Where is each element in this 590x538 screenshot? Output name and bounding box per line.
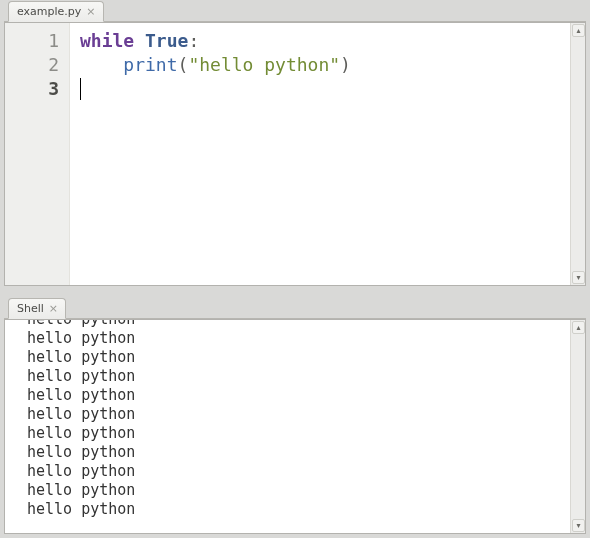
shell-pane: hello pythonhello pythonhello pythonhell…: [4, 319, 586, 534]
panel-divider[interactable]: [4, 286, 586, 297]
shell-output-line: hello python: [27, 424, 570, 443]
line-number: 3: [5, 77, 59, 101]
code-line: print("hello python"): [80, 53, 564, 77]
close-icon[interactable]: ×: [49, 303, 58, 314]
shell-output-line: hello python: [27, 367, 570, 386]
shell-output[interactable]: hello pythonhello pythonhello pythonhell…: [5, 320, 570, 533]
shell-output-line: hello python: [27, 500, 570, 519]
shell-output-line: hello python: [27, 462, 570, 481]
editor-tab-row: example.py ×: [4, 0, 586, 22]
shell-panel: Shell × hello pythonhello pythonhello py…: [4, 297, 586, 534]
editor-panel: example.py × 123 while True: print("hell…: [4, 0, 586, 286]
scroll-down-icon[interactable]: ▾: [572, 519, 585, 532]
shell-output-line: hello python: [27, 329, 570, 348]
line-number: 2: [5, 53, 59, 77]
tab-shell[interactable]: Shell ×: [8, 298, 66, 319]
editor-pane: 123 while True: print("hello python") ▴ …: [4, 22, 586, 286]
shell-output-line: hello python: [27, 320, 570, 329]
code-area[interactable]: while True: print("hello python"): [70, 23, 570, 285]
editor-scrollbar[interactable]: ▴ ▾: [570, 23, 585, 285]
shell-output-line: hello python: [27, 405, 570, 424]
tab-example-py[interactable]: example.py ×: [8, 1, 104, 22]
shell-output-line: hello python: [27, 481, 570, 500]
tab-label: example.py: [17, 5, 81, 18]
scroll-down-icon[interactable]: ▾: [572, 271, 585, 284]
shell-tab-row: Shell ×: [4, 297, 586, 319]
close-icon[interactable]: ×: [86, 6, 95, 17]
line-number: 1: [5, 29, 59, 53]
line-number-gutter: 123: [5, 23, 70, 285]
shell-scrollbar[interactable]: ▴ ▾: [570, 320, 585, 533]
shell-output-line: hello python: [27, 348, 570, 367]
tab-label: Shell: [17, 302, 44, 315]
code-line: while True:: [80, 29, 564, 53]
shell-output-line: hello python: [27, 443, 570, 462]
scroll-up-icon[interactable]: ▴: [572, 321, 585, 334]
scroll-up-icon[interactable]: ▴: [572, 24, 585, 37]
editor-caret: [80, 78, 81, 100]
shell-output-line: hello python: [27, 386, 570, 405]
